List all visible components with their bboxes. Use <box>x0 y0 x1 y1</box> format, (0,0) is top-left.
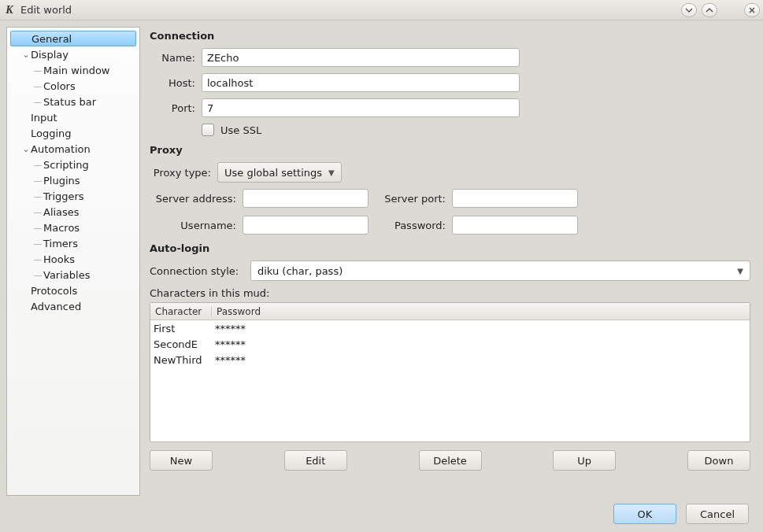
proxy-username-input[interactable] <box>243 216 369 235</box>
tree-item-label: Hooks <box>43 253 75 265</box>
tree-item-variables[interactable]: Variables <box>10 267 136 283</box>
proxy-server-address-input[interactable] <box>243 189 369 208</box>
proxy-type-select[interactable]: Use global settings ▼ <box>217 162 342 183</box>
cancel-button[interactable]: Cancel <box>686 504 749 524</box>
tree-connector-icon <box>34 190 43 202</box>
tree-item-label: Logging <box>31 127 72 139</box>
tree-item-plugins[interactable]: Plugins <box>10 172 136 188</box>
characters-table[interactable]: Character Password First******SecondE***… <box>150 302 750 442</box>
tree-connector-icon <box>34 65 43 76</box>
tree-connector-icon <box>34 159 43 171</box>
tree-connector-icon <box>34 238 43 249</box>
tree-item-macros[interactable]: Macros <box>10 220 136 235</box>
tree-item-label: Scripting <box>43 159 89 171</box>
table-row[interactable]: First****** <box>150 320 750 336</box>
tree-connector-icon <box>34 269 43 281</box>
port-input[interactable] <box>202 98 520 117</box>
close-icon <box>748 6 756 14</box>
tree-item-label: Protocols <box>31 285 77 297</box>
connection-style-value: diku (char, pass) <box>257 265 343 277</box>
table-header: Character Password <box>150 303 750 320</box>
tree-item-general[interactable]: General <box>10 31 136 46</box>
section-proxy-title: Proxy <box>150 144 750 156</box>
tree-connector-icon <box>34 175 43 187</box>
collapse-icon[interactable]: ⌄ <box>21 144 31 154</box>
tree-item-label: Timers <box>43 238 78 249</box>
proxy-username-label: Username: <box>150 220 236 231</box>
tree-item-aliases[interactable]: Aliases <box>10 204 136 220</box>
col-password[interactable]: Password <box>212 306 750 317</box>
tree-item-timers[interactable]: Timers <box>10 235 136 251</box>
up-button[interactable]: Up <box>553 450 616 471</box>
tree-item-label: Input <box>31 112 57 124</box>
window-buttons <box>681 3 760 17</box>
table-row[interactable]: SecondE****** <box>150 336 750 352</box>
tree-item-colors[interactable]: Colors <box>10 78 136 94</box>
host-input[interactable] <box>202 73 520 92</box>
tree-item-label: Triggers <box>43 190 84 202</box>
tree-item-label: Automation <box>31 143 91 155</box>
col-character[interactable]: Character <box>150 306 212 317</box>
maximize-button[interactable] <box>702 3 717 17</box>
proxy-type-value: Use global settings <box>224 167 322 179</box>
chevron-down-icon <box>685 6 693 14</box>
proxy-server-port-input[interactable] <box>452 189 578 208</box>
proxy-password-input[interactable] <box>452 216 578 235</box>
cell-character: NewThird <box>150 354 212 366</box>
tree-item-advanced[interactable]: Advanced <box>10 298 136 314</box>
tree-item-triggers[interactable]: Triggers <box>10 188 136 204</box>
dropdown-arrow-icon: ▼ <box>328 168 335 177</box>
section-autologin-title: Auto-login <box>150 242 750 254</box>
edit-button[interactable]: Edit <box>284 450 347 471</box>
tree-item-scripting[interactable]: Scripting <box>10 157 136 172</box>
proxy-type-label: Proxy type: <box>150 167 211 179</box>
tree-item-label: Display <box>31 49 69 61</box>
cell-password: ****** <box>212 323 750 334</box>
tree-item-label: Main window <box>43 65 110 76</box>
tree-item-label: Advanced <box>31 301 81 312</box>
tree-item-automation[interactable]: ⌄Automation <box>10 141 136 157</box>
connection-style-select[interactable]: diku (char, pass) ▼ <box>250 260 750 281</box>
tree-connector-icon <box>34 253 43 265</box>
proxy-server-address-label: Server address: <box>150 193 236 205</box>
tree-connector-icon <box>34 96 43 108</box>
port-label: Port: <box>150 102 195 114</box>
tree-item-input[interactable]: Input <box>10 109 136 125</box>
host-label: Host: <box>150 77 195 89</box>
tree-item-label: Aliases <box>43 206 80 218</box>
app-icon: K <box>3 4 16 17</box>
name-input[interactable] <box>202 48 520 67</box>
collapse-icon[interactable]: ⌄ <box>21 50 31 60</box>
tree-connector-icon <box>34 80 43 92</box>
category-tree[interactable]: General⌄DisplayMain windowColorsStatus b… <box>6 27 140 496</box>
tree-item-label: General <box>31 33 72 45</box>
tree-item-logging[interactable]: Logging <box>10 125 136 141</box>
down-button[interactable]: Down <box>687 450 750 471</box>
connection-style-label: Connection style: <box>150 265 244 277</box>
chevron-up-icon <box>706 6 713 14</box>
delete-button[interactable]: Delete <box>419 450 482 471</box>
table-row[interactable]: NewThird****** <box>150 352 750 368</box>
use-ssl-checkbox[interactable] <box>202 124 214 136</box>
dropdown-arrow-icon: ▼ <box>737 267 743 275</box>
tree-item-hooks[interactable]: Hooks <box>10 251 136 267</box>
content-pane: Connection Name: Host: Port: Use SSL Pro… <box>150 27 757 496</box>
tree-item-protocols[interactable]: Protocols <box>10 283 136 298</box>
tree-item-status-bar[interactable]: Status bar <box>10 94 136 109</box>
proxy-password-label: Password: <box>375 220 446 231</box>
window-title: Edit world <box>20 4 681 16</box>
tree-item-label: Variables <box>43 269 90 281</box>
tree-item-label: Colors <box>43 80 76 92</box>
proxy-server-port-label: Server port: <box>375 193 446 205</box>
tree-item-label: Plugins <box>43 175 80 187</box>
new-button[interactable]: New <box>150 450 213 471</box>
section-connection-title: Connection <box>150 30 750 42</box>
tree-item-main-window[interactable]: Main window <box>10 62 136 78</box>
tree-item-display[interactable]: ⌄Display <box>10 46 136 62</box>
minimize-button[interactable] <box>681 3 697 17</box>
ok-button[interactable]: OK <box>613 504 676 524</box>
cell-password: ****** <box>212 354 750 366</box>
close-button[interactable] <box>744 3 760 17</box>
name-label: Name: <box>150 52 195 64</box>
tree-item-label: Status bar <box>43 96 96 108</box>
